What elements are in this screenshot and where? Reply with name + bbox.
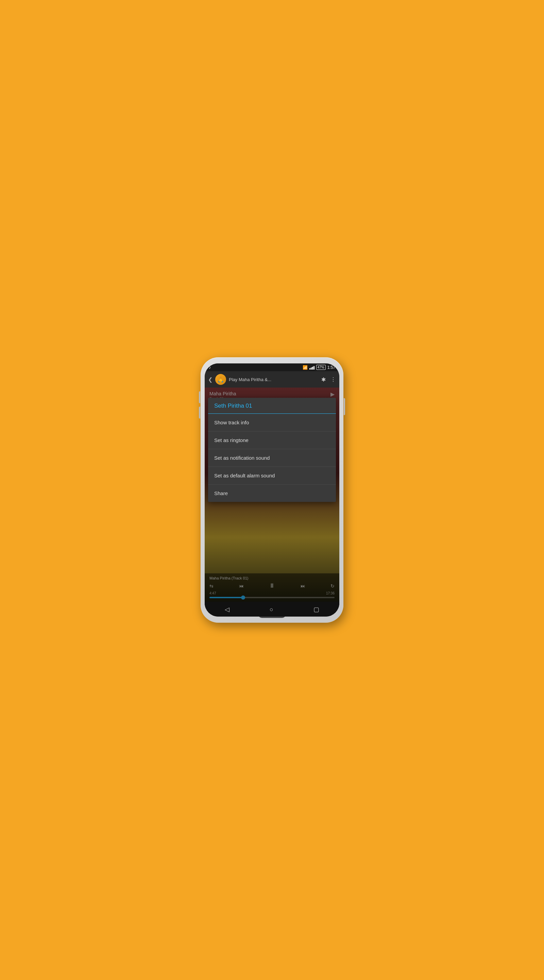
battery-indicator: 47% [316, 365, 326, 370]
content-area: ▶ Maha Piritha Track 01 Seth Piritha 01 … [205, 388, 339, 601]
nav-home-icon[interactable]: ○ [270, 606, 273, 613]
nav-back-icon[interactable]: ◁ [225, 606, 230, 613]
wifi-icon: 📶 [303, 365, 308, 370]
set-as-default-alarm-sound-item[interactable]: Set as default alarm sound [208, 467, 336, 485]
volume-up-button[interactable] [199, 391, 200, 403]
signal-icon [309, 366, 314, 369]
volume-down-button[interactable] [199, 407, 200, 418]
avatar-icon: 🙏 [217, 376, 224, 383]
app-bar: ❮ 🙏 Play Maha Piritha &... ✱ ⋮ [205, 371, 339, 388]
phone-screen: ♪ 📶 47% 1:57 ❮ 🙏 Play Maha Piritha &... [205, 363, 339, 617]
back-button[interactable]: ❮ [208, 376, 213, 383]
power-button[interactable] [344, 398, 345, 415]
set-as-ringtone-item[interactable]: Set as ringtone [208, 431, 336, 449]
music-icon: ♪ [209, 365, 211, 370]
share-item[interactable]: Share [208, 485, 336, 502]
app-bar-title: Play Maha Piritha &... [229, 377, 319, 382]
set-as-notification-sound-item[interactable]: Set as notification sound [208, 449, 336, 467]
status-bar: ♪ 📶 47% 1:57 [205, 363, 339, 371]
nav-bar: ◁ ○ ▢ [205, 601, 339, 617]
app-bar-actions: ✱ ⋮ [321, 376, 336, 383]
avatar: 🙏 [215, 374, 226, 385]
phone-frame: ♪ 📶 47% 1:57 ❮ 🙏 Play Maha Piritha &... [201, 357, 343, 623]
nav-recent-icon[interactable]: ▢ [314, 606, 319, 613]
context-menu-title: Seth Piritha 01 [208, 398, 336, 414]
show-track-info-item[interactable]: Show track info [208, 414, 336, 431]
time-display: 1:57 [327, 365, 335, 370]
context-menu-overlay[interactable]: Seth Piritha 01 Show track info Set as r… [205, 388, 339, 601]
share-icon[interactable]: ✱ [321, 376, 326, 383]
more-options-icon[interactable]: ⋮ [330, 376, 336, 383]
context-menu: Seth Piritha 01 Show track info Set as r… [208, 398, 336, 502]
